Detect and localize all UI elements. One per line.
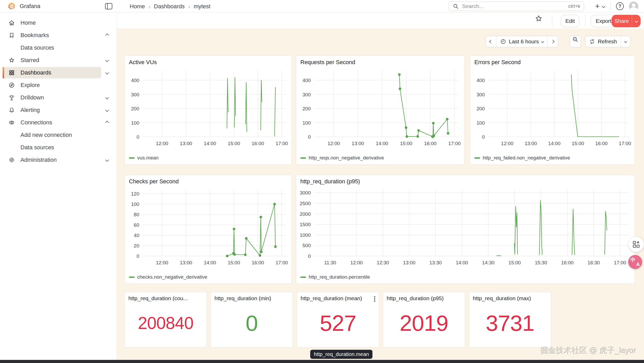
breadcrumb-home[interactable]: Home — [130, 3, 145, 10]
legend[interactable]: checks.non_negative_derivative — [129, 274, 207, 280]
search-icon — [453, 3, 459, 9]
legend-swatch — [474, 157, 480, 159]
home-icon — [8, 19, 15, 26]
apps-sparkle-icon — [632, 240, 640, 248]
add-icon[interactable]: + — [595, 2, 600, 10]
sidebar-item-alerting[interactable]: Alerting — [0, 104, 117, 116]
apps-icon — [8, 69, 15, 76]
header-actions: + ? — [595, 0, 644, 12]
stat-value: 2019 — [383, 299, 465, 347]
panel-menu-icon[interactable] — [374, 296, 375, 298]
stat-http-req-duration-min: http_req_duration (min) 0 — [211, 292, 293, 347]
svg-text:100: 100 — [476, 120, 485, 126]
sidebar-item-data-sources[interactable]: Data sources — [0, 42, 117, 54]
refresh-button[interactable]: Refresh — [585, 36, 621, 47]
svg-text:0: 0 — [308, 253, 311, 259]
edit-button[interactable]: Edit — [561, 15, 579, 27]
svg-text:0: 0 — [136, 253, 139, 259]
clock-icon — [500, 38, 506, 45]
zoom-out-button[interactable] — [570, 36, 581, 47]
svg-text:15:00: 15:00 — [508, 260, 521, 265]
sidebar-nav: Home Bookmarks Data sources Starred — [0, 12, 117, 360]
svg-text:1500: 1500 — [300, 222, 311, 227]
panel-checks-per-second: Checks per Second 12:0013:0014:0015:0016… — [124, 175, 292, 284]
timeseries-chart[interactable]: 12:0013:0014:0015:0016:0017:000100200300… — [472, 68, 633, 149]
stat-http-req-duration-max: http_req_duration (max) 3731 — [469, 292, 551, 347]
compass-icon — [8, 82, 15, 89]
svg-text:2500: 2500 — [300, 201, 311, 206]
svg-text:14:00: 14:00 — [376, 141, 388, 146]
svg-text:16:00: 16:00 — [595, 141, 608, 146]
svg-text:1000: 1000 — [300, 232, 311, 238]
time-range-button[interactable]: Last 6 hours — [496, 36, 547, 47]
breadcrumb-dashboards[interactable]: Dashboards — [154, 3, 185, 10]
svg-text:17:00: 17:00 — [614, 260, 626, 265]
panel-title[interactable]: http_req_duration (p95) — [300, 178, 360, 185]
legend[interactable]: http_reqs.non_negative_derivative — [300, 155, 384, 161]
svg-text:13:30: 13:30 — [430, 260, 442, 265]
add-chevron-down-icon[interactable] — [602, 4, 605, 8]
help-icon[interactable]: ? — [616, 2, 624, 10]
sidebar-item-data-sources-2[interactable]: Data sources — [0, 141, 117, 154]
divider — [611, 2, 611, 10]
svg-text:12:00: 12:00 — [501, 141, 514, 146]
svg-text:12:00: 12:00 — [156, 141, 168, 146]
chevron-down-icon — [105, 108, 109, 112]
share-button[interactable]: Share — [612, 15, 641, 27]
legend-label: checks.non_negative_derivative — [137, 274, 207, 280]
svg-text:400: 400 — [302, 78, 311, 83]
svg-text:60: 60 — [134, 222, 139, 228]
sidebar-item-dashboards[interactable]: Dashboards — [0, 66, 117, 79]
svg-text:12:00: 12:00 — [156, 260, 168, 265]
avatar[interactable] — [629, 2, 638, 11]
dock-sidebar-icon[interactable] — [105, 3, 112, 9]
time-forward-button[interactable] — [547, 36, 558, 47]
panel-title[interactable]: Requests per Second — [300, 59, 355, 66]
sidebar-item-home[interactable]: Home — [0, 17, 117, 29]
legend[interactable]: vus.mean — [129, 155, 158, 161]
breadcrumb-current[interactable]: mytest — [194, 3, 211, 10]
timeseries-chart[interactable]: 12:0013:0014:0015:0016:0017:000100200300… — [298, 68, 463, 149]
bell-icon — [8, 107, 15, 113]
sidebar-item-starred[interactable]: Starred — [0, 54, 117, 66]
stat-http-req-duration-p95: http_req_duration (p95) 2019 — [383, 292, 465, 347]
timeseries-chart[interactable]: 12:0013:0014:0015:0016:0017:000100200300… — [126, 68, 290, 149]
panel-title[interactable]: Active VUs — [129, 59, 157, 66]
chevron-up-icon — [105, 121, 109, 124]
svg-text:400: 400 — [476, 78, 485, 83]
legend-label: http_reqs.non_negative_derivative — [309, 155, 384, 161]
breadcrumb-separator: › — [149, 4, 150, 10]
sidebar-item-connections[interactable]: Connections — [0, 116, 117, 129]
search-input[interactable]: Search... ctrl+k — [449, 2, 584, 11]
search-placeholder: Search... — [462, 3, 565, 9]
timeseries-chart[interactable]: 11:3012:0012:3013:0013:3014:0014:3015:00… — [298, 187, 633, 268]
timeseries-chart[interactable]: 12:0013:0014:0015:0016:0017:000204060801… — [126, 187, 290, 268]
svg-text:13:00: 13:00 — [403, 260, 416, 265]
favorite-star-icon[interactable] — [535, 15, 543, 22]
chevron-down-icon — [624, 40, 627, 43]
share-menu-button[interactable] — [632, 15, 641, 27]
sidebar-item-administration[interactable]: Administration — [0, 154, 117, 166]
translate-button[interactable]: 中 A — [628, 255, 642, 269]
chevron-up-icon — [105, 33, 109, 37]
chevron-down-icon — [541, 40, 544, 43]
sidebar-item-explore[interactable]: Explore — [0, 79, 117, 91]
extension-sidebar-button[interactable] — [629, 237, 644, 252]
sidebar-item-add-new-connection[interactable]: Add new connection — [0, 129, 117, 141]
panel-title[interactable]: Checks per Second — [129, 178, 179, 185]
legend-label: http_req_failed.non_negative_derivative — [483, 155, 570, 161]
svg-text:100: 100 — [131, 201, 139, 207]
panel-title[interactable]: Errors per Second — [474, 59, 521, 66]
svg-text:300: 300 — [131, 92, 139, 97]
sidebar-item-drilldown[interactable]: Drilldown — [0, 91, 117, 104]
sidebar-item-bookmarks[interactable]: Bookmarks — [0, 29, 117, 42]
svg-text:80: 80 — [134, 212, 139, 217]
svg-text:12:00: 12:00 — [328, 141, 340, 146]
grafana-logo-icon[interactable] — [7, 2, 16, 11]
drilldown-icon — [8, 94, 15, 101]
svg-text:200: 200 — [131, 106, 139, 111]
refresh-interval-button[interactable] — [621, 36, 630, 47]
legend[interactable]: http_req_duration.percentile — [300, 274, 370, 280]
time-back-button[interactable] — [486, 36, 496, 47]
legend[interactable]: http_req_failed.non_negative_derivative — [474, 155, 570, 161]
